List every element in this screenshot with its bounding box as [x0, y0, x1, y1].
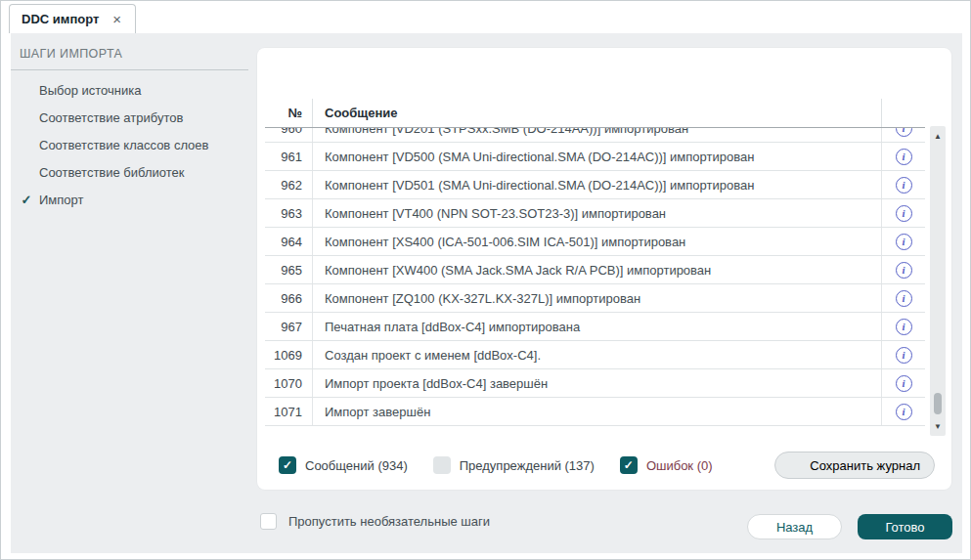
- step-label: Импорт: [39, 193, 83, 207]
- checkbox[interactable]: [260, 513, 277, 530]
- log-row-number: 966: [265, 284, 312, 312]
- filter-label: Предупреждений (137): [460, 458, 595, 473]
- info-icon[interactable]: i: [896, 128, 912, 137]
- done-button[interactable]: Готово: [858, 514, 952, 539]
- skip-optional-steps-checkbox[interactable]: Пропустить необязательные шаги: [260, 513, 490, 530]
- log-row-info-cell: i: [881, 341, 925, 368]
- sidebar-step-item[interactable]: ✓ Соответствие классов слоев: [11, 131, 248, 158]
- sidebar-step-item[interactable]: ✓ Соответствие атрибутов: [11, 104, 248, 131]
- checkbox[interactable]: ✓: [279, 456, 296, 474]
- log-row-number: 967: [265, 313, 312, 340]
- log-table-header: № Сообщение: [265, 99, 925, 128]
- close-icon[interactable]: ×: [110, 12, 123, 26]
- tab-title: DDC импорт: [22, 12, 99, 26]
- log-row[interactable]: 961 Компонент [VD500 (SMA Uni-directiona…: [265, 143, 925, 171]
- scrollbar-thumb[interactable]: [934, 393, 942, 414]
- log-row-number: 960: [265, 128, 312, 142]
- check-icon: ✓: [19, 193, 34, 207]
- log-row[interactable]: 1071 Импорт завершён i: [265, 398, 925, 426]
- log-row-info-cell: i: [881, 284, 925, 312]
- log-row[interactable]: 1070 Импорт проекта [ddBox-C4] завершён …: [265, 369, 925, 398]
- log-row-info-cell: i: [881, 228, 925, 255]
- import-steps-list: ✓ Выбор источника ✓ Соответствие атрибут…: [11, 76, 248, 213]
- scroll-up-arrow-icon[interactable]: ▲: [930, 128, 946, 144]
- log-row-message: Импорт проекта [ddBox-C4] завершён: [312, 369, 881, 397]
- tab-strip: DDC импорт ×: [1, 1, 970, 33]
- log-row-message: Компонент [VD201 (STPSxx.SMB (DO-214AA))…: [312, 128, 881, 142]
- log-row-number: 1071: [265, 398, 312, 425]
- log-row-message: Компонент [XW400 (SMA Jack.SMA Jack R/A …: [312, 256, 881, 283]
- filter-checkbox[interactable]: ✓ Ошибок (0): [620, 456, 713, 474]
- save-log-button[interactable]: Сохранить журнал: [774, 452, 935, 479]
- info-icon[interactable]: i: [896, 234, 912, 250]
- filter-label: Сообщений (934): [305, 458, 408, 473]
- log-row[interactable]: 963 Компонент [VT400 (NPN SOT-23.SOT23-3…: [265, 199, 925, 228]
- checkbox[interactable]: ✓: [620, 456, 638, 474]
- log-row-number: 965: [265, 256, 312, 283]
- log-row-info-cell: i: [881, 313, 925, 340]
- log-row[interactable]: 966 Компонент [ZQ100 (KX-327L.KX-327L)] …: [265, 284, 925, 313]
- log-row-message: Компонент [VD501 (SMA Uni-directional.SM…: [312, 171, 881, 198]
- info-icon[interactable]: i: [896, 262, 912, 279]
- log-row-number: 1070: [265, 369, 312, 397]
- step-label: Выбор источника: [39, 83, 141, 98]
- log-row-info-cell: i: [881, 171, 925, 198]
- log-row-message: Импорт завершён: [312, 398, 881, 425]
- sidebar-step-item[interactable]: ✓ Выбор источника: [11, 76, 248, 104]
- step-label: Соответствие классов слоев: [39, 138, 209, 152]
- log-row-message: Компонент [ZQ100 (KX-327L.KX-327L)] импо…: [312, 284, 881, 312]
- skip-label: Пропустить необязательные шаги: [288, 514, 490, 529]
- info-icon[interactable]: i: [896, 149, 912, 165]
- info-icon[interactable]: i: [896, 319, 912, 335]
- log-row[interactable]: 967 Печатная плата [ddBox-C4] импортиров…: [265, 313, 925, 341]
- log-row-info-cell: i: [881, 143, 925, 170]
- info-icon[interactable]: i: [896, 177, 912, 194]
- log-row[interactable]: 1069 Создан проект с именем [ddBox-C4]. …: [265, 341, 925, 369]
- log-row[interactable]: 960 Компонент [VD201 (STPSxx.SMB (DO-214…: [265, 128, 925, 143]
- back-button[interactable]: Назад: [747, 514, 842, 539]
- floppy-disk-icon: [787, 458, 802, 473]
- log-row[interactable]: 964 Компонент [XS400 (ICA-501-006.SIM IC…: [265, 228, 925, 256]
- vertical-scrollbar[interactable]: ▲ ▼: [930, 126, 946, 436]
- content-area: ШАГИ ИМПОРТА ✓ Выбор источника ✓ Соответ…: [11, 33, 962, 553]
- info-icon[interactable]: i: [896, 205, 912, 222]
- info-icon[interactable]: i: [896, 347, 912, 364]
- log-row-number: 962: [265, 171, 312, 198]
- info-icon[interactable]: i: [896, 404, 912, 420]
- log-row-number: 961: [265, 143, 312, 170]
- log-row[interactable]: 965 Компонент [XW400 (SMA Jack.SMA Jack …: [265, 256, 925, 284]
- log-row-message: Создан проект с именем [ddBox-C4].: [312, 341, 881, 368]
- column-header-message: Сообщение: [312, 99, 881, 127]
- sidebar-divider: [11, 69, 248, 70]
- log-row-info-cell: i: [881, 128, 925, 142]
- log-row-info-cell: i: [881, 398, 925, 425]
- log-row[interactable]: 962 Компонент [VD501 (SMA Uni-directiona…: [265, 171, 925, 199]
- info-icon[interactable]: i: [896, 375, 912, 392]
- scroll-down-arrow-icon[interactable]: ▼: [930, 418, 946, 434]
- log-row-info-cell: i: [881, 199, 925, 227]
- check-icon: ✓: [283, 459, 292, 471]
- save-log-label: Сохранить журнал: [810, 458, 920, 473]
- log-row-message: Компонент [VD500 (SMA Uni-directional.SM…: [312, 143, 881, 170]
- log-panel: № Сообщение 960 Компонент [VD201 (STPSxx…: [257, 48, 951, 490]
- log-row-message: Компонент [XS400 (ICA-501-006.SIM ICA-50…: [312, 228, 881, 255]
- log-row-info-cell: i: [881, 256, 925, 283]
- log-row-number: 963: [265, 199, 312, 227]
- log-row-info-cell: i: [881, 369, 925, 397]
- check-icon: ✓: [624, 459, 634, 471]
- log-row-number: 1069: [265, 341, 312, 368]
- filter-label: Ошибок (0): [646, 458, 713, 473]
- filter-checkbox[interactable]: ✓ Сообщений (934): [279, 456, 408, 474]
- log-filter-row: ✓ Сообщений (934) ✓ Предупреждений (137): [279, 452, 935, 479]
- ddc-import-window: DDC импорт × ШАГИ ИМПОРТА ✓ Выбор источн…: [0, 0, 971, 560]
- info-icon[interactable]: i: [896, 290, 912, 307]
- log-table-viewport: 960 Компонент [VD201 (STPSxx.SMB (DO-214…: [265, 128, 925, 435]
- tab-ddc-import[interactable]: DDC импорт ×: [9, 4, 136, 33]
- step-label: Соответствие библиотек: [39, 165, 184, 180]
- sidebar-step-item[interactable]: ✓ Импорт: [11, 186, 248, 213]
- checkbox[interactable]: ✓: [433, 456, 451, 474]
- log-row-message: Печатная плата [ddBox-C4] импортирована: [312, 313, 881, 340]
- sidebar-step-item[interactable]: ✓ Соответствие библиотек: [11, 158, 248, 186]
- column-header-number: №: [265, 106, 312, 120]
- filter-checkbox[interactable]: ✓ Предупреждений (137): [433, 456, 595, 474]
